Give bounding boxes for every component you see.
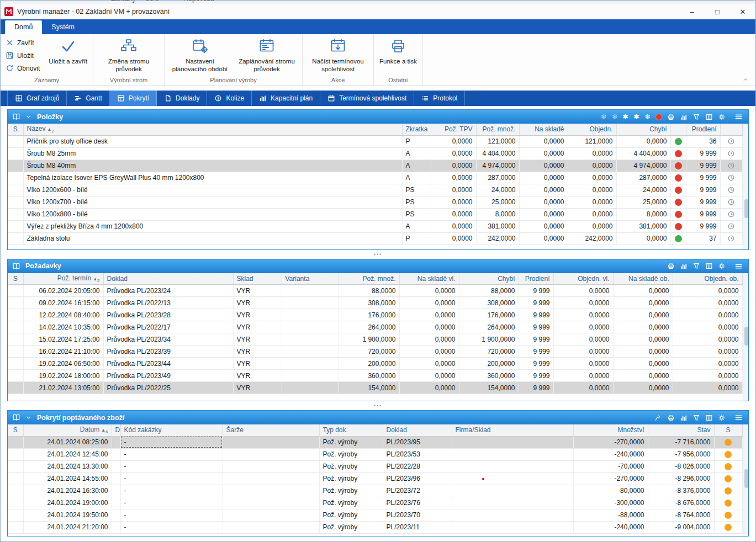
column-header-s[interactable]: S (714, 424, 742, 436)
cell-sarze[interactable] (223, 472, 319, 485)
cell-d[interactable] (112, 497, 120, 509)
cell-objedn_ob[interactable]: 0,0000 (673, 321, 742, 333)
cell-objedn_ob[interactable]: 0,0000 (673, 333, 742, 346)
cell-status[interactable] (670, 232, 686, 245)
cell-typ_dok[interactable]: Pož. výroby (319, 485, 383, 497)
cell-kod_zakazky[interactable]: - (120, 472, 223, 485)
cell-clock[interactable] (720, 220, 742, 232)
cell-objedn_vl[interactable]: 0,0000 (553, 321, 613, 333)
column-header-objedn-vl[interactable]: Objedn. vl. (553, 273, 613, 285)
cell-mnozstvi[interactable]: -300,0000 (573, 497, 648, 509)
cell-objedn_ob[interactable]: 0,0000 (673, 370, 742, 382)
cell-status[interactable] (714, 436, 742, 448)
cell-typ_dok[interactable]: Pož. výroby (319, 460, 383, 472)
cell-datum[interactable]: 24.01.2024 08:25:00 (23, 436, 112, 448)
cell-termin[interactable]: 09.02.2024 16:15:00 (23, 297, 103, 309)
cell-typ_dok[interactable]: Pož. výroby (319, 436, 383, 448)
cell-mnozstvi[interactable]: -240,0000 (573, 521, 648, 533)
cell-objedn[interactable]: 0,0000 (568, 220, 616, 232)
cell-na_sklade_ob[interactable]: 0,0000 (613, 321, 673, 333)
cell-datum[interactable]: 24.01.2024 14:55:00 (23, 472, 112, 485)
columns-icon[interactable] (705, 414, 713, 422)
gear-icon[interactable] (718, 414, 726, 422)
cell-na_sklade[interactable]: 0,0000 (519, 196, 568, 208)
cell-d[interactable] (112, 485, 120, 497)
cell-typ_dok[interactable]: Pož. výroby (319, 521, 383, 533)
asterisk-icon[interactable]: ✱ (633, 113, 639, 120)
columns-icon[interactable] (705, 113, 713, 121)
cell-stav[interactable]: -8 026,0000 (648, 460, 714, 472)
cell-objedn_vl[interactable]: 0,0000 (553, 358, 613, 370)
cell-doklad[interactable]: PL/2022/28 (383, 460, 452, 472)
cell-chybi[interactable]: 720,0000 (459, 346, 519, 358)
cell-termin[interactable]: 06.02.2024 20:05:00 (23, 285, 103, 297)
cell-objedn[interactable]: 0,0000 (568, 147, 616, 160)
cell-nazev[interactable]: Šroub M8 40mm (23, 160, 402, 172)
ribbon-tab-system[interactable]: Systém (42, 20, 84, 34)
cell-datum[interactable]: 24.01.2024 19:00:00 (23, 497, 112, 509)
cell-firma_sklad[interactable] (452, 521, 573, 533)
cell-na_sklade[interactable]: 0,0000 (519, 184, 568, 196)
table-row[interactable]: 21.02.2024 13:05:00Průvodka PL/2022/25VY… (8, 382, 742, 394)
filter-icon[interactable] (692, 113, 700, 121)
cell-prodleni[interactable]: 9 999 (686, 196, 720, 208)
snowflake-icon[interactable]: ❄ (600, 113, 606, 120)
chart-icon[interactable] (680, 414, 688, 422)
cell-poz_tpv[interactable]: 0,0000 (431, 208, 476, 220)
cell-stav[interactable]: -7 716,0000 (648, 436, 714, 448)
cell-poz_mnoz[interactable]: 264,0000 (339, 321, 399, 333)
vertical-scrollbar[interactable] (743, 273, 749, 401)
cell-chybi[interactable]: 154,0000 (459, 382, 519, 394)
table-row[interactable]: 24.01.2024 21:20:00-Pož. výrobyPL/2023/1… (8, 521, 742, 533)
tab-kolize[interactable]: Kolize (207, 91, 252, 106)
cell-nazev[interactable]: Víko 1200x800 - bílé (23, 208, 402, 220)
cell-sklad[interactable]: VYR (233, 309, 282, 321)
scrollbar-thumb[interactable] (744, 327, 748, 346)
cell-datum[interactable]: 24.01.2024 16:30:00 (23, 485, 112, 497)
column-header-blank[interactable] (670, 124, 686, 135)
cell-kod_zakazky[interactable]: - (120, 521, 223, 533)
cell-d[interactable] (112, 521, 120, 533)
cell-doklad[interactable]: Průvodka PL/2022/25 (103, 382, 233, 394)
cell-status[interactable] (670, 208, 686, 220)
scrollbar-thumb[interactable] (744, 469, 748, 488)
column-header-zkratka[interactable]: Zkratka (402, 124, 431, 135)
cell-zkratka[interactable]: A (402, 172, 431, 184)
cell-prodleni[interactable]: 37 (686, 232, 720, 245)
cell-chybi[interactable]: 1 900,0000 (459, 333, 519, 346)
asterisk-icon[interactable]: ✱ (622, 113, 628, 120)
snowflake-icon[interactable]: ❄ (611, 113, 617, 120)
table-row[interactable]: 16.02.2024 21:10:00Průvodka PL/2023/39VY… (8, 346, 742, 358)
cell-s[interactable] (8, 521, 23, 533)
column-header-sklad[interactable]: Sklad (233, 273, 282, 285)
cell-objedn_vl[interactable]: 0,0000 (553, 346, 613, 358)
column-header-prodleni[interactable]: Prodlení (686, 124, 720, 135)
cell-kod_zakazky[interactable]: - (120, 448, 223, 460)
cell-sarze[interactable] (223, 497, 319, 509)
cell-prodleni[interactable]: 9 999 (519, 358, 553, 370)
table-row[interactable]: 24.01.2024 19:50:00-Pož. výrobyPL/2023/7… (8, 509, 742, 521)
cell-doklad[interactable]: PL/2023/70 (383, 509, 452, 521)
cell-objedn_ob[interactable]: 0,0000 (673, 297, 742, 309)
chart-icon[interactable] (680, 262, 688, 270)
cell-sklad[interactable]: VYR (233, 333, 282, 346)
cell-na_sklade_ob[interactable]: 0,0000 (613, 297, 673, 309)
zavrit-button[interactable]: Zavřít (3, 36, 44, 49)
cell-na_sklade_vl[interactable]: 0,0000 (399, 370, 459, 382)
cell-doklad[interactable]: Průvodka PL/2023/28 (103, 309, 233, 321)
cell-poz_mnoz[interactable]: 308,0000 (339, 297, 399, 309)
cell-doklad[interactable]: Průvodka PL/2022/17 (103, 321, 233, 333)
tab-protokol[interactable]: Protokol (414, 91, 465, 106)
cell-poz_mnoz[interactable]: 360,0000 (339, 370, 399, 382)
cell-datum[interactable]: 24.01.2024 13:30:00 (23, 460, 112, 472)
filter-icon[interactable] (692, 262, 700, 270)
cell-doklad[interactable]: Průvodka PL/2023/44 (103, 358, 233, 370)
cell-poz_mnoz[interactable]: 242,0000 (476, 232, 519, 245)
cell-objedn[interactable]: 0,0000 (568, 184, 616, 196)
cell-na_sklade_ob[interactable]: 0,0000 (613, 382, 673, 394)
cell-typ_dok[interactable]: Pož. výroby (319, 472, 383, 485)
cell-prodleni[interactable]: 36 (686, 135, 720, 147)
cell-sarze[interactable] (223, 521, 319, 533)
cell-poz_mnoz[interactable]: 25,0000 (476, 196, 519, 208)
cell-doklad[interactable]: Průvodka PL/2022/13 (103, 297, 233, 309)
